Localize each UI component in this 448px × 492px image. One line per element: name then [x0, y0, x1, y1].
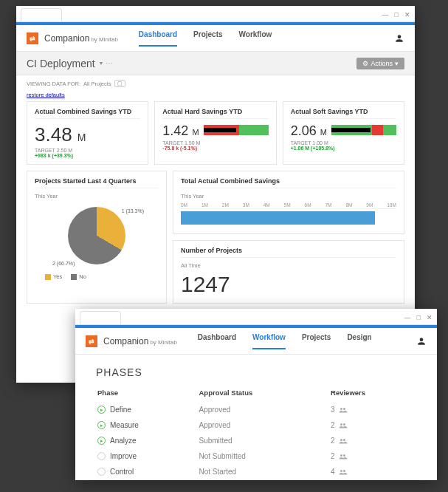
table-row[interactable]: DefineApproved3 [97, 403, 415, 417]
phase-cell: Control [97, 468, 197, 476]
maximize-icon[interactable]: □ [395, 11, 399, 18]
svg-point-8 [340, 470, 342, 472]
approval-status: Not Started [199, 465, 329, 479]
filter-prefix: VIEWING DATA FOR: [27, 81, 80, 87]
table-row[interactable]: MeasureApproved2 [97, 418, 415, 432]
reviewers-cell: 4 [331, 468, 415, 476]
phases-panel: PHASES Phase Approval Status Reviewers D… [75, 355, 437, 492]
phase-name: Measure [110, 421, 139, 429]
card-subtitle: This Year [35, 193, 159, 199]
phase-status-icon [97, 437, 106, 445]
gear-icon: ⚙ [362, 60, 368, 67]
kpi-target: TARGET 1.50 M [162, 140, 268, 146]
phase-cell: Define [97, 406, 197, 414]
tab-dashboard[interactable]: Dashboard [198, 333, 236, 349]
pie-slice-label: 2 (66.7%) [52, 261, 75, 266]
charts-row: Projects Started Last 4 Quarters This Ye… [16, 171, 415, 310]
approval-status: Not Submitted [199, 449, 329, 463]
card-title: Actual Soft Savings YTD [291, 108, 396, 119]
col-reviewers: Reviewers [331, 389, 415, 401]
user-icon[interactable] [416, 336, 427, 346]
logo-icon: ⇄ [86, 335, 97, 347]
card-subtitle: This Year [181, 193, 396, 199]
nav-tabs: Dashboard Projects Workflow [139, 30, 272, 46]
table-row[interactable]: ImproveNot Submitted2 [97, 449, 415, 463]
svg-point-1 [343, 408, 345, 410]
user-icon[interactable] [394, 33, 404, 44]
people-icon [339, 453, 348, 460]
brand-label: Companionby Minitab [44, 33, 118, 44]
kpi-delta: +1.06 M (+105.8%) [291, 146, 396, 151]
people-icon [339, 437, 348, 445]
close-icon[interactable]: ✕ [404, 11, 410, 18]
phase-cell: Analyze [97, 437, 197, 445]
filter-toggle-icon[interactable]: ▢ [114, 80, 125, 87]
phase-name: Analyze [110, 437, 137, 445]
card-title: Number of Projects [181, 247, 396, 258]
kpi-delta: +983 k (+39.3%) [35, 153, 140, 158]
close-icon[interactable]: ✕ [427, 314, 433, 321]
approval-status: Submitted [199, 434, 329, 448]
app-header: ⇄ Companionby Minitab Dashboard Workflow… [75, 328, 437, 355]
phase-name: Improve [110, 452, 137, 460]
filter-bar: VIEWING DATA FOR: All Projects ▢ [16, 75, 415, 92]
hbar-chart: 0M1M2M3M4M5M6M7M8M9M10M [181, 202, 396, 228]
chevron-down-icon[interactable]: ▾ [100, 60, 103, 66]
svg-point-5 [343, 439, 345, 441]
tab-dashboard[interactable]: Dashboard [139, 30, 177, 46]
people-icon [339, 406, 348, 414]
logo-icon: ⇄ [27, 33, 38, 44]
card-title: Projects Started Last 4 Quarters [35, 177, 159, 188]
reviewers-cell: 2 [331, 437, 415, 445]
deployment-title[interactable]: CI Deployment [27, 58, 95, 69]
hbar-axis: 0M1M2M3M4M5M6M7M8M9M10M [181, 202, 396, 209]
phase-status-icon [97, 452, 106, 460]
filter-value: All Projects [83, 81, 111, 87]
kpi-target: TARGET 1.00 M [291, 140, 396, 146]
reviewer-count: 2 [331, 437, 335, 445]
app-header: ⇄ Companionby Minitab Dashboard Projects… [16, 25, 415, 52]
pie-legend: Yes No [35, 269, 159, 280]
restore-defaults-link[interactable]: restore defaults [27, 92, 65, 98]
more-icon[interactable]: ⋯ [106, 59, 113, 67]
projects-card: Number of Projects All Time 1247 [173, 240, 404, 304]
kpi-value: 2.06 M [291, 123, 327, 139]
projects-count: 1247 [181, 272, 396, 297]
svg-point-2 [340, 423, 342, 426]
browser-tab[interactable] [21, 8, 62, 21]
tab-design[interactable]: Design [347, 333, 371, 349]
titlebar: — □ ✕ [16, 6, 415, 22]
phase-status-icon [97, 421, 106, 429]
reviewers-cell: 2 [331, 421, 415, 429]
phase-status-icon [97, 406, 106, 414]
col-phase: Phase [97, 389, 197, 401]
phase-cell: Improve [97, 452, 197, 460]
browser-tab[interactable] [80, 311, 121, 324]
kpi-card-hard: Actual Hard Savings YTD 1.42 M TARGET 1.… [154, 101, 276, 165]
tab-projects[interactable]: Projects [302, 333, 331, 349]
titlebar: — □ ✕ [75, 309, 437, 325]
table-row[interactable]: ControlNot Started4 [97, 465, 415, 479]
nav-tabs: Dashboard Workflow Projects Design [198, 333, 372, 349]
kpi-row: Actual Combined Savings YTD 3.48 M TARGE… [16, 101, 415, 171]
phase-status-icon [97, 468, 106, 476]
svg-point-3 [343, 423, 345, 426]
phases-table: Phase Approval Status Reviewers DefineAp… [96, 387, 416, 480]
tab-projects[interactable]: Projects [193, 30, 222, 46]
pie-chart: 1 (33.3%) 2 (66.7%) [35, 202, 159, 269]
phase-cell: Measure [97, 421, 197, 429]
reviewers-cell: 2 [331, 452, 415, 460]
maximize-icon[interactable]: □ [417, 314, 421, 321]
actions-button[interactable]: ⚙Actions▾ [356, 58, 404, 69]
tab-workflow[interactable]: Workflow [239, 30, 272, 46]
minimize-icon[interactable]: — [404, 314, 411, 321]
people-icon [339, 422, 348, 429]
legend-item: Yes [45, 273, 62, 280]
svg-point-7 [343, 454, 345, 457]
kpi-target: TARGET 2.50 M [35, 148, 140, 153]
subheader: CI Deployment ▾ ⋯ ⚙Actions▾ [16, 52, 415, 75]
minimize-icon[interactable]: — [382, 11, 389, 18]
tab-workflow[interactable]: Workflow [252, 333, 286, 349]
totals-card: Total Actual Combined Savings This Year … [173, 171, 404, 234]
table-row[interactable]: AnalyzeSubmitted2 [97, 434, 415, 448]
